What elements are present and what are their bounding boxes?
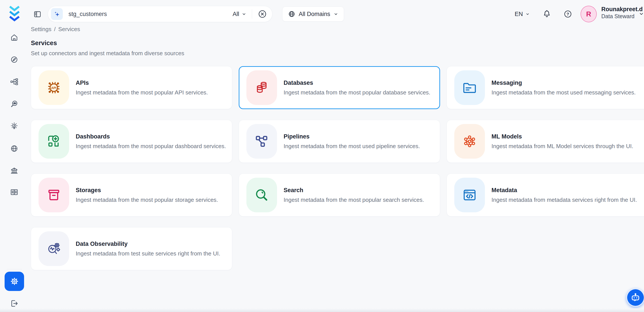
service-card-ml-models[interactable]: ML Models Ingest metadata from ML Model …: [446, 120, 644, 163]
page-title: Services: [31, 40, 57, 47]
language-selector[interactable]: EN: [515, 9, 530, 19]
user-info[interactable]: Rounakpreet.d Data Steward: [601, 6, 638, 20]
service-icon-tile: [454, 124, 485, 159]
observability-eye-search-icon: [10, 100, 18, 108]
service-card-title: Data Observability: [76, 241, 220, 247]
glossary-book-icon: [10, 188, 18, 197]
service-card-apis[interactable]: APIs Ingest metadata from the most popul…: [31, 66, 232, 109]
service-icon-tile: [454, 178, 485, 212]
sidebar-item-settings-active[interactable]: [4, 272, 24, 291]
service-card-title: APIs: [76, 80, 208, 86]
sidebar-item-explore[interactable]: [8, 54, 20, 66]
service-icon-tile: [38, 70, 69, 105]
sidebar-item-observability[interactable]: [8, 98, 20, 110]
breadcrumb-services: Services: [58, 26, 80, 33]
search-scope-dropdown[interactable]: All: [232, 11, 246, 18]
chevron-down-icon: [241, 12, 246, 17]
service-card-title: Metadata: [492, 187, 637, 194]
sidebar-item-domains[interactable]: [8, 142, 20, 155]
domains-globe-icon: [10, 144, 18, 153]
service-card-metadata[interactable]: Metadata Ingest metadata from metadata s…: [446, 174, 644, 216]
dashboards-icon: [46, 134, 62, 149]
sidebar-divider: [6, 269, 22, 269]
sidebar-item-govern[interactable]: [8, 165, 20, 177]
service-card-messaging[interactable]: Messaging Ingest metadata from the most …: [446, 66, 644, 109]
service-card-description: Ingest metadata from the most used pipel…: [284, 143, 420, 150]
data-flow-icon: [10, 77, 18, 86]
search-scope-label: All: [232, 11, 239, 18]
bottom-edge-fade: [0, 308, 644, 312]
service-card-title: Pipelines: [284, 133, 420, 140]
logout-icon: [10, 299, 19, 308]
sidebar-item-insights[interactable]: [8, 120, 20, 132]
logout-button[interactable]: [9, 298, 20, 309]
service-card-title: ML Models: [492, 133, 633, 140]
sidebar-item-glossary[interactable]: [8, 186, 20, 198]
home-icon: [10, 33, 18, 42]
layers-logo-icon: [7, 5, 22, 22]
globe-icon: [288, 10, 296, 18]
service-card-title: Messaging: [492, 80, 636, 86]
sidebar-item-home[interactable]: [8, 31, 20, 44]
storages-icon: [46, 187, 62, 203]
help-button[interactable]: [562, 8, 574, 20]
chevron-down-icon: [333, 12, 338, 17]
search-input[interactable]: [68, 11, 232, 18]
chevron-down-icon: [525, 12, 530, 17]
service-icon-tile: [38, 231, 69, 266]
user-menu-chevron[interactable]: [638, 11, 644, 17]
bell-icon: [542, 9, 552, 19]
panel-layout-icon: [33, 10, 42, 19]
services-grid: APIs Ingest metadata from the most popul…: [31, 66, 644, 270]
app-logo[interactable]: [7, 5, 22, 22]
clear-search-button[interactable]: [257, 9, 268, 19]
insights-lightbulb-icon: [10, 122, 18, 131]
govern-bank-icon: [10, 166, 18, 175]
sidebar-item-data-assets[interactable]: [8, 76, 20, 88]
language-label: EN: [515, 11, 523, 18]
ml-models-icon: [462, 134, 477, 149]
data-observability-icon: [46, 241, 62, 256]
service-card-data-observability[interactable]: Data Observability Ingest metadata from …: [31, 227, 232, 270]
service-card-description: Ingest metadata from test suite services…: [76, 250, 220, 257]
api-icon: [46, 80, 62, 95]
search-divider: [252, 10, 252, 19]
global-search-bar: All: [48, 6, 272, 22]
sidebar-toggle-button[interactable]: [33, 10, 42, 19]
robot-icon: [630, 292, 641, 303]
service-card-title: Dashboards: [76, 133, 226, 140]
left-sidebar: [0, 0, 28, 312]
service-card-pipelines[interactable]: Pipelines Ingest metadata from the most …: [239, 120, 440, 163]
breadcrumb: Settings / Services: [31, 26, 80, 33]
service-card-description: Ingest metadata from metadata services r…: [492, 197, 637, 203]
service-card-title: Search: [284, 187, 424, 194]
service-card-description: Ingest metadata from the most popular da…: [284, 89, 430, 96]
service-card-search[interactable]: Search Ingest metadata from the most pop…: [239, 174, 440, 216]
service-card-description: Ingest metadata from the most used messa…: [492, 89, 636, 96]
service-icon-tile: [246, 70, 277, 105]
ai-sparkle-icon[interactable]: [51, 8, 63, 20]
service-card-title: Storages: [76, 187, 218, 194]
service-card-databases[interactable]: Databases Ingest metadata from the most …: [239, 66, 440, 109]
service-card-description: Ingest metadata from the most popular AP…: [76, 89, 208, 96]
service-icon-tile: [38, 178, 69, 212]
domain-selector-label: All Domains: [299, 11, 330, 18]
avatar-initial: R: [586, 10, 591, 18]
close-circle-icon: [258, 9, 267, 19]
service-card-dashboards[interactable]: Dashboards Ingest metadata from the most…: [31, 120, 232, 163]
databases-icon: [254, 80, 269, 95]
chevron-down-icon: [638, 11, 644, 17]
user-avatar[interactable]: R: [580, 6, 597, 22]
breadcrumb-separator: /: [54, 26, 56, 33]
service-card-storages[interactable]: Storages Ingest metadata from the most p…: [31, 174, 232, 216]
user-role: Data Steward: [601, 13, 638, 20]
chat-assistant-button[interactable]: [626, 288, 644, 307]
domain-selector[interactable]: All Domains: [282, 7, 344, 22]
breadcrumb-settings[interactable]: Settings: [31, 26, 52, 33]
notifications-button[interactable]: [541, 8, 552, 20]
service-card-title: Databases: [284, 80, 430, 86]
help-circle-icon: [563, 10, 572, 19]
metadata-icon: [462, 187, 477, 203]
service-card-description: Ingest metadata from the most popular st…: [76, 197, 218, 203]
explore-compass-icon: [10, 55, 18, 64]
